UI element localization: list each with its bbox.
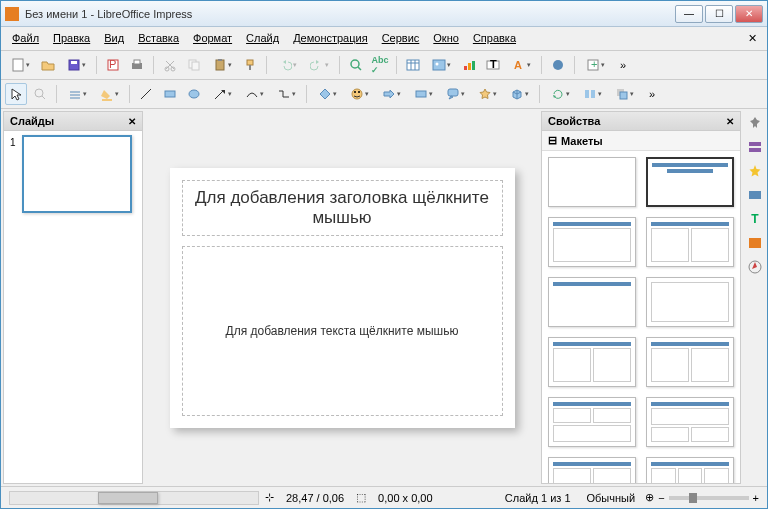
chart-button[interactable] (458, 54, 480, 76)
redo-button[interactable] (304, 54, 334, 76)
zoom-tool[interactable] (29, 83, 51, 105)
layout-blank[interactable] (548, 157, 636, 207)
sidebar-properties-icon[interactable] (745, 113, 765, 133)
layout-3[interactable] (548, 217, 636, 267)
line-color-button[interactable] (62, 83, 92, 105)
flowchart-button[interactable] (408, 83, 438, 105)
clone-format-button[interactable] (239, 54, 261, 76)
menu-demo[interactable]: Демонстрация (286, 29, 375, 48)
layout-10[interactable] (646, 397, 734, 447)
close-button[interactable]: ✕ (735, 5, 763, 23)
table-button[interactable] (402, 54, 424, 76)
line-tool[interactable] (135, 83, 157, 105)
basic-shapes-button[interactable] (312, 83, 342, 105)
sidebar-transition-icon[interactable] (745, 185, 765, 205)
more2-button[interactable]: » (641, 83, 663, 105)
slide[interactable]: Для добавления заголовка щёлкните мышью … (170, 168, 515, 428)
more-button[interactable]: » (612, 54, 634, 76)
minimize-button[interactable]: — (675, 5, 703, 23)
menu-slide[interactable]: Слайд (239, 29, 286, 48)
layout-7[interactable] (548, 337, 636, 387)
content-placeholder[interactable]: Для добавления текста щёлкните мышью (182, 246, 503, 416)
svg-rect-11 (216, 60, 224, 70)
slides-pane-close-icon[interactable]: ✕ (128, 116, 136, 127)
rect-tool[interactable] (159, 83, 181, 105)
print-button[interactable] (126, 54, 148, 76)
connector-tool[interactable] (271, 83, 301, 105)
paste-button[interactable] (207, 54, 237, 76)
menu-help[interactable]: Справка (466, 29, 523, 48)
menu-file[interactable]: Файл (5, 29, 46, 48)
maximize-button[interactable]: ☐ (705, 5, 733, 23)
menu-tools[interactable]: Сервис (375, 29, 427, 48)
title-placeholder[interactable]: Для добавления заголовка щёлкните мышью (182, 180, 503, 236)
sidebar-animation-icon[interactable] (745, 161, 765, 181)
menu-view[interactable]: Вид (97, 29, 131, 48)
menu-insert[interactable]: Вставка (131, 29, 186, 48)
layout-8[interactable] (646, 337, 734, 387)
svg-point-32 (35, 89, 43, 97)
undo-button[interactable] (272, 54, 302, 76)
svg-rect-6 (134, 60, 140, 64)
fill-color-button[interactable] (94, 83, 124, 105)
image-button[interactable] (426, 54, 456, 76)
layout-9[interactable] (548, 397, 636, 447)
3d-button[interactable] (504, 83, 534, 105)
align-button[interactable] (577, 83, 607, 105)
arrow-tool[interactable] (207, 83, 237, 105)
svg-line-38 (141, 89, 151, 99)
layouts-section-header[interactable]: ⊟ Макеты (542, 131, 740, 151)
rotate-button[interactable] (545, 83, 575, 105)
callout-button[interactable] (440, 83, 470, 105)
layout-title-content[interactable] (646, 157, 734, 207)
sidebar-gallery-icon[interactable] (745, 233, 765, 253)
sidebar-navigator-icon[interactable] (745, 257, 765, 277)
open-button[interactable] (37, 54, 59, 76)
horizontal-scrollbar[interactable] (9, 491, 259, 505)
fontwork-button[interactable]: A (506, 54, 536, 76)
status-size: 0,00 x 0,00 (372, 492, 438, 504)
svg-point-44 (358, 91, 360, 93)
menubar-close-icon[interactable]: ✕ (742, 29, 763, 48)
svg-point-15 (351, 60, 359, 68)
menu-format[interactable]: Формат (186, 29, 239, 48)
arrange-button[interactable] (609, 83, 639, 105)
curve-tool[interactable] (239, 83, 269, 105)
copy-button[interactable] (183, 54, 205, 76)
newslide-button[interactable]: + (580, 54, 610, 76)
svg-rect-23 (464, 66, 467, 70)
spellcheck-button[interactable]: Abc✓ (369, 54, 391, 76)
fit-icon[interactable]: ⊕ (645, 491, 654, 504)
zoom-in-button[interactable]: + (753, 492, 759, 504)
layout-4[interactable] (646, 217, 734, 267)
new-button[interactable] (5, 54, 35, 76)
layout-6[interactable] (646, 277, 734, 327)
select-tool[interactable] (5, 83, 27, 105)
sidebar-master-icon[interactable] (745, 137, 765, 157)
slide-thumbnail-1[interactable]: 1 (22, 135, 132, 213)
ellipse-tool[interactable] (183, 83, 205, 105)
svg-rect-21 (433, 60, 445, 70)
stars-button[interactable] (472, 83, 502, 105)
zoom-slider[interactable] (669, 496, 749, 500)
textbox-button[interactable]: T (482, 54, 504, 76)
svg-rect-25 (472, 61, 475, 70)
layout-12[interactable] (646, 457, 734, 483)
export-pdf-button[interactable]: P (102, 54, 124, 76)
save-button[interactable] (61, 54, 91, 76)
menu-window[interactable]: Окно (426, 29, 466, 48)
slide-canvas[interactable]: Для добавления заголовка щёлкните мышью … (145, 109, 539, 486)
menu-edit[interactable]: Правка (46, 29, 97, 48)
svg-point-22 (435, 63, 438, 66)
properties-pane-close-icon[interactable]: ✕ (726, 116, 734, 127)
svg-text:P: P (109, 58, 116, 70)
zoom-out-button[interactable]: − (658, 492, 664, 504)
sidebar-styles-icon[interactable]: T (745, 209, 765, 229)
layout-5[interactable] (548, 277, 636, 327)
block-arrows-button[interactable] (376, 83, 406, 105)
hyperlink-button[interactable] (547, 54, 569, 76)
find-button[interactable] (345, 54, 367, 76)
symbol-shapes-button[interactable] (344, 83, 374, 105)
cut-button[interactable] (159, 54, 181, 76)
layout-11[interactable] (548, 457, 636, 483)
